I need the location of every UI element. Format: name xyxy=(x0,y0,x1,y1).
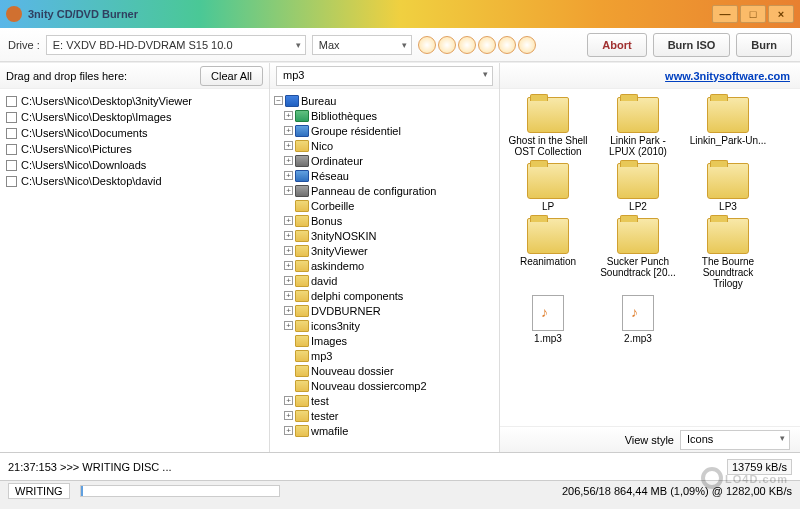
tree-node[interactable]: delphi components xyxy=(272,288,497,303)
tree-node[interactable]: icons3nity xyxy=(272,318,497,333)
expand-icon[interactable] xyxy=(284,141,293,150)
tree-node[interactable]: Nouveau dossiercomp2 xyxy=(272,378,497,393)
disc-icon[interactable] xyxy=(478,36,496,54)
checkbox-icon[interactable] xyxy=(6,176,17,187)
file-list-item[interactable]: C:\Users\Nico\Pictures xyxy=(6,141,263,157)
tree-node[interactable]: wmafile xyxy=(272,423,497,438)
tree-label: askindemo xyxy=(311,259,364,273)
tree-label: tester xyxy=(311,409,339,423)
view-style-dropdown[interactable]: Icons xyxy=(680,430,790,450)
file-item[interactable]: 2.mp3 xyxy=(598,295,678,344)
expand-icon[interactable] xyxy=(284,126,293,135)
expand-icon[interactable] xyxy=(284,246,293,255)
expand-icon[interactable] xyxy=(284,261,293,270)
tree-node[interactable]: askindemo xyxy=(272,258,497,273)
tree-node[interactable]: DVDBURNER xyxy=(272,303,497,318)
file-grid[interactable]: Ghost in the Shell OST CollectionLinkin … xyxy=(500,89,800,426)
tree-node[interactable]: Images xyxy=(272,333,497,348)
expand-icon[interactable] xyxy=(284,186,293,195)
folder-tree[interactable]: BureauBibliothèquesGroupe résidentielNic… xyxy=(270,89,499,452)
disc-icon[interactable] xyxy=(418,36,436,54)
file-list-item[interactable]: C:\Users\Nico\Desktop\Images xyxy=(6,109,263,125)
website-link[interactable]: www.3nitysoftware.com xyxy=(665,70,790,82)
tree-label: Bibliothèques xyxy=(311,109,377,123)
tree-spacer xyxy=(284,381,293,390)
folder-item[interactable]: Linkin Park - LPUX (2010) xyxy=(598,97,678,157)
expand-icon[interactable] xyxy=(284,276,293,285)
tree-node[interactable]: mp3 xyxy=(272,348,497,363)
folder-icon xyxy=(295,350,309,362)
checkbox-icon[interactable] xyxy=(6,112,17,123)
tree-node[interactable]: Bureau xyxy=(272,93,497,108)
disc-icon[interactable] xyxy=(458,36,476,54)
expand-icon[interactable] xyxy=(284,411,293,420)
speed-dropdown[interactable]: Max xyxy=(312,35,412,55)
folder-item[interactable]: Reanimation xyxy=(508,218,588,289)
file-list-item[interactable]: C:\Users\Nico\Desktop\david xyxy=(6,173,263,189)
checkbox-icon[interactable] xyxy=(6,128,17,139)
tree-node[interactable]: Bonus xyxy=(272,213,497,228)
file-list[interactable]: C:\Users\Nico\Desktop\3nityViewerC:\User… xyxy=(0,89,269,452)
item-label: Sucker Punch Soundtrack [20... xyxy=(598,256,678,278)
checkbox-icon[interactable] xyxy=(6,96,17,107)
expand-icon[interactable] xyxy=(284,396,293,405)
folder-item[interactable]: The Bourne Soundtrack Trilogy xyxy=(688,218,768,289)
expand-icon[interactable] xyxy=(284,426,293,435)
expand-icon[interactable] xyxy=(284,156,293,165)
disc-icon[interactable] xyxy=(438,36,456,54)
tree-node[interactable]: Nouveau dossier xyxy=(272,363,497,378)
file-list-item[interactable]: C:\Users\Nico\Documents xyxy=(6,125,263,141)
expand-icon[interactable] xyxy=(284,291,293,300)
folder-icon xyxy=(295,410,309,422)
expand-icon[interactable] xyxy=(284,321,293,330)
progress-bar xyxy=(80,485,280,497)
tree-node[interactable]: Groupe résidentiel xyxy=(272,123,497,138)
close-button[interactable]: × xyxy=(768,5,794,23)
file-item[interactable]: 1.mp3 xyxy=(508,295,588,344)
tree-label: david xyxy=(311,274,337,288)
expand-icon[interactable] xyxy=(284,216,293,225)
folder-item[interactable]: LP2 xyxy=(598,163,678,212)
expand-icon[interactable] xyxy=(284,111,293,120)
tree-node[interactable]: Panneau de configuration xyxy=(272,183,497,198)
tree-node[interactable]: test xyxy=(272,393,497,408)
tree-label: Groupe résidentiel xyxy=(311,124,401,138)
file-list-item[interactable]: C:\Users\Nico\Desktop\3nityViewer xyxy=(6,93,263,109)
abort-button[interactable]: Abort xyxy=(587,33,646,57)
checkbox-icon[interactable] xyxy=(6,144,17,155)
maximize-button[interactable]: □ xyxy=(740,5,766,23)
checkbox-icon[interactable] xyxy=(6,160,17,171)
tree-node[interactable]: david xyxy=(272,273,497,288)
disc-icons xyxy=(418,36,536,54)
disc-icon[interactable] xyxy=(518,36,536,54)
folder-icon xyxy=(707,163,749,199)
browser-panel: www.3nitysoftware.com Ghost in the Shell… xyxy=(500,63,800,452)
folder-item[interactable]: Linkin_Park-Un... xyxy=(688,97,768,157)
expand-icon[interactable] xyxy=(284,231,293,240)
tree-node[interactable]: 3nityNOSKIN xyxy=(272,228,497,243)
collapse-icon[interactable] xyxy=(274,96,283,105)
disc-icon[interactable] xyxy=(498,36,516,54)
burn-iso-button[interactable]: Burn ISO xyxy=(653,33,731,57)
drive-dropdown[interactable]: E: VXDV BD-HD-DVDRAM S15 10.0 xyxy=(46,35,306,55)
tree-label: Nico xyxy=(311,139,333,153)
folder-item[interactable]: LP xyxy=(508,163,588,212)
file-path: C:\Users\Nico\Desktop\Images xyxy=(21,111,171,123)
tree-node[interactable]: Nico xyxy=(272,138,497,153)
tree-node[interactable]: 3nityViewer xyxy=(272,243,497,258)
tree-node[interactable]: Bibliothèques xyxy=(272,108,497,123)
folder-item[interactable]: Sucker Punch Soundtrack [20... xyxy=(598,218,678,289)
burn-button[interactable]: Burn xyxy=(736,33,792,57)
clear-all-button[interactable]: Clear All xyxy=(200,66,263,86)
tree-node[interactable]: Ordinateur xyxy=(272,153,497,168)
folder-item[interactable]: LP3 xyxy=(688,163,768,212)
minimize-button[interactable]: — xyxy=(712,5,738,23)
path-dropdown[interactable]: mp3 xyxy=(276,66,493,86)
folder-item[interactable]: Ghost in the Shell OST Collection xyxy=(508,97,588,157)
tree-node[interactable]: Corbeille xyxy=(272,198,497,213)
expand-icon[interactable] xyxy=(284,306,293,315)
expand-icon[interactable] xyxy=(284,171,293,180)
tree-node[interactable]: tester xyxy=(272,408,497,423)
file-list-item[interactable]: C:\Users\Nico\Downloads xyxy=(6,157,263,173)
tree-node[interactable]: Réseau xyxy=(272,168,497,183)
